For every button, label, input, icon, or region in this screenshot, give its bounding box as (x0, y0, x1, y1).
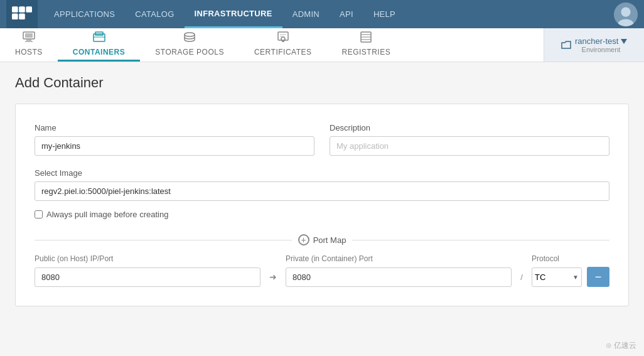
subnav-hosts[interactable]: HOSTS (0, 28, 58, 62)
name-input[interactable] (35, 136, 314, 156)
subnav-storage-pools-label: STORAGE POOLS (155, 48, 224, 57)
environment-sub: Environment (575, 46, 627, 53)
svg-rect-1 (19, 6, 25, 13)
public-port-header: Public (on Host) IP/Port (35, 254, 260, 263)
chevron-down-icon (621, 39, 627, 44)
subnav-containers-label: CONTAINERS (73, 48, 125, 57)
image-input[interactable] (35, 181, 609, 201)
subnav-certificates[interactable]: CERTIFICATES (239, 28, 327, 62)
always-pull-checkbox[interactable] (35, 210, 43, 218)
svg-rect-10 (26, 40, 31, 41)
environment-name: rancher-test (575, 36, 618, 46)
subnav-hosts-label: HOSTS (15, 48, 43, 57)
slash-separator: / (517, 272, 527, 282)
nav-help[interactable]: HELP (363, 0, 405, 28)
divider-line-left (35, 240, 292, 240)
add-port-button[interactable]: + (298, 234, 309, 245)
nav-admin[interactable]: ADMIN (282, 0, 330, 28)
folder-icon (561, 41, 571, 50)
public-port-input[interactable] (35, 267, 260, 287)
sub-nav: HOSTS CONTAINERS STORAGE POOLS (0, 28, 644, 62)
subnav-certificates-label: CERTIFICATES (254, 48, 312, 57)
subnav-registries[interactable]: REGISTRIES (327, 28, 406, 62)
private-port-input[interactable] (286, 267, 512, 287)
name-description-row: Name Description (35, 123, 609, 156)
name-label: Name (35, 123, 314, 132)
logo[interactable] (6, 0, 38, 28)
page-content: Add Container Name Description Select Im… (0, 62, 644, 319)
protocol-header: Protocol (532, 254, 582, 263)
containers-icon (93, 31, 105, 46)
port-map-divider: + Port Map (35, 234, 609, 245)
always-pull-row: Always pull image before creating (35, 210, 609, 219)
svg-rect-11 (25, 41, 33, 42)
sub-nav-items: HOSTS CONTAINERS STORAGE POOLS (0, 28, 544, 62)
nav-infrastructure[interactable]: INFRASTRUCTURE (185, 0, 282, 28)
svg-rect-0 (12, 6, 18, 13)
port-map-label: + Port Map (298, 234, 346, 245)
port-map-text: Port Map (313, 235, 346, 245)
top-nav: APPLICATIONS CATALOG INFRASTRUCTURE ADMI… (0, 0, 644, 28)
remove-port-button[interactable]: − (587, 267, 609, 287)
description-group: Description (330, 123, 609, 156)
environment-selector[interactable]: rancher-test Environment (544, 28, 644, 62)
page-title: Add Container (15, 75, 629, 91)
select-image-label: Select Image (35, 168, 609, 178)
certificates-icon (277, 31, 289, 46)
description-input[interactable] (330, 136, 609, 156)
nav-applications[interactable]: APPLICATIONS (44, 0, 125, 28)
subnav-registries-label: REGISTRIES (342, 48, 391, 57)
select-image-group: Select Image (35, 168, 609, 201)
registries-icon (360, 31, 372, 46)
divider-line-right (352, 240, 609, 240)
hosts-icon (23, 31, 35, 46)
port-map-row: ➜ / TC TCP UDP − (35, 267, 609, 287)
always-pull-label[interactable]: Always pull image before creating (46, 210, 168, 219)
svg-point-15 (185, 33, 195, 36)
subnav-containers[interactable]: CONTAINERS (58, 28, 140, 62)
top-nav-links: APPLICATIONS CATALOG INFRASTRUCTURE ADMI… (44, 0, 614, 28)
protocol-select[interactable]: TC TCP UDP (532, 267, 582, 287)
port-map-headers: Public (on Host) IP/Port Private (in Con… (35, 254, 609, 263)
avatar[interactable] (614, 3, 638, 26)
description-label: Description (330, 123, 609, 132)
subnav-storage-pools[interactable]: STORAGE POOLS (140, 28, 239, 62)
storage-pools-icon (183, 31, 196, 46)
private-port-header: Private (in Container) Port (286, 254, 512, 263)
svg-rect-4 (19, 13, 25, 19)
add-container-form: Name Description Select Image Always pul… (15, 104, 629, 306)
svg-point-6 (621, 7, 630, 16)
arrow-icon: ➜ (266, 272, 281, 282)
svg-rect-9 (25, 33, 33, 38)
protocol-select-wrapper: TC TCP UDP (532, 267, 582, 287)
name-group: Name (35, 123, 314, 156)
nav-catalog[interactable]: CATALOG (125, 0, 184, 28)
svg-rect-2 (26, 6, 32, 13)
nav-api[interactable]: API (330, 0, 363, 28)
top-nav-right (614, 3, 638, 26)
svg-rect-3 (12, 13, 18, 19)
